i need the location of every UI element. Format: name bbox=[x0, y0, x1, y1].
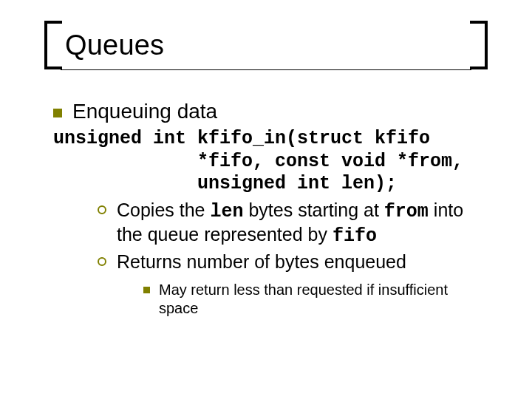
code-from: from bbox=[384, 201, 429, 222]
copies-t2: bytes starting at bbox=[243, 200, 383, 220]
copies-t1: Copies the bbox=[117, 200, 210, 220]
bullet-level2-returns: Returns number of bytes enqueued bbox=[98, 250, 488, 273]
mayreturn-text: May return less than requested if insuff… bbox=[159, 281, 488, 318]
bracket-right-icon bbox=[473, 21, 488, 69]
code-line-3: unsigned int len); bbox=[53, 173, 397, 194]
bracket-left-icon bbox=[44, 21, 59, 69]
bullet-level1: Enqueuing data bbox=[53, 100, 488, 123]
square-bullet-small-icon bbox=[143, 287, 150, 293]
slide: Queues Enqueuing data unsigned int kfifo… bbox=[0, 0, 532, 399]
bullet1-text: Enqueuing data bbox=[72, 100, 217, 123]
code-line-1: unsigned int kfifo_in(struct kfifo bbox=[53, 128, 430, 149]
bullet-level3-mayreturn: May return less than requested if insuff… bbox=[143, 281, 488, 318]
slide-title: Queues bbox=[65, 30, 467, 61]
copies-text: Copies the len bytes starting at from in… bbox=[117, 199, 488, 248]
code-len: len bbox=[210, 201, 243, 222]
bullet-level2-copies: Copies the len bytes starting at from in… bbox=[98, 199, 488, 248]
title-wrap: Queues bbox=[44, 30, 488, 75]
function-signature: unsigned int kfifo_in(struct kfifo *fifo… bbox=[53, 128, 488, 196]
ring-bullet-icon bbox=[98, 205, 106, 214]
returns-text: Returns number of bytes enqueued bbox=[117, 250, 406, 273]
code-line-2: *fifo, const void *from, bbox=[53, 151, 463, 172]
square-bullet-icon bbox=[53, 109, 62, 117]
title-underline bbox=[61, 69, 471, 70]
ring-bullet-icon bbox=[98, 257, 106, 266]
code-fifo: fifo bbox=[332, 225, 377, 247]
content-area: Enqueuing data unsigned int kfifo_in(str… bbox=[44, 100, 488, 318]
